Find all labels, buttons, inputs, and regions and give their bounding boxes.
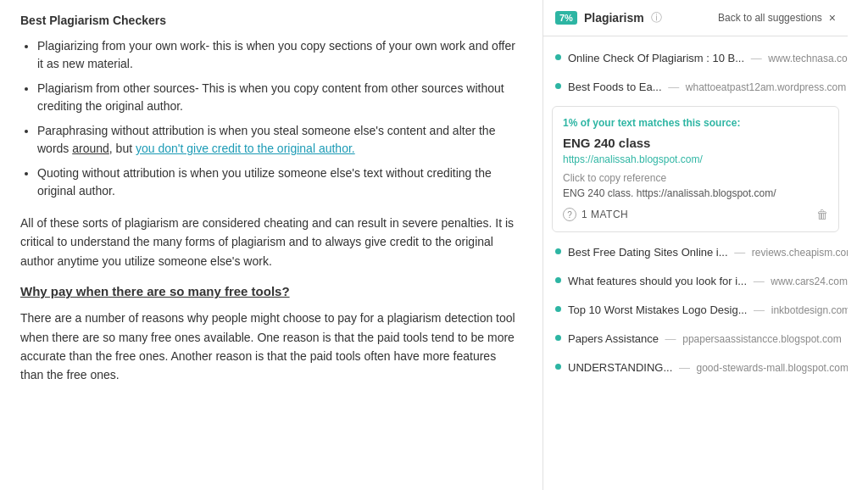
- source-item-3[interactable]: Best Free Dating Sites Online i... — rev…: [543, 237, 848, 266]
- source-dot: [555, 54, 561, 60]
- source-title-2: Best Foods to Ea... — whattoeatpast12am.…: [568, 81, 846, 93]
- plagiarism-sidebar: 7% Plagiarism ⓘ Back to all suggestions …: [542, 0, 848, 490]
- source-dot: [555, 248, 561, 254]
- source-dot: [555, 364, 561, 370]
- main-content: Best Plagiarism Checkers Plagiarizing fr…: [0, 0, 542, 490]
- source-dot: [555, 306, 561, 312]
- match-count: ? 1 MATCH: [563, 208, 628, 221]
- close-button[interactable]: ×: [829, 11, 836, 25]
- list-item: Plagiarizing from your own work- this is…: [37, 37, 522, 73]
- source-item-content: UNDERSTANDING... — good-stewards-mall.bl…: [568, 360, 836, 374]
- source-title-5: Top 10 Worst Mistakes Logo Desig... — in…: [568, 303, 848, 316]
- paragraph-2: There are a number of reasons why people…: [20, 309, 522, 385]
- highlighted-text[interactable]: you don't give credit to the original au…: [136, 142, 355, 155]
- sidebar-header: 7% Plagiarism ⓘ Back to all suggestions …: [543, 0, 848, 36]
- source-item-6[interactable]: Papers Assistance — ppapersaassistancce.…: [543, 324, 848, 353]
- list-item: Quoting without attribution is when you …: [37, 164, 522, 200]
- source-item-5[interactable]: Top 10 Worst Mistakes Logo Desig... — in…: [543, 295, 848, 324]
- main-heading: Best Plagiarism Checkers: [20, 14, 522, 27]
- source-title-4: What features should you look for i... —…: [568, 275, 848, 287]
- source-item-content: What features should you look for i... —…: [568, 274, 836, 287]
- list-item: Plagiarism from other sources- This is w…: [37, 80, 522, 115]
- paragraph-1: All of these sorts of plagiarism are con…: [20, 214, 522, 270]
- match-count-text: 1 MATCH: [581, 209, 628, 220]
- question-icon[interactable]: ?: [563, 208, 576, 221]
- source-item-content: Best Free Dating Sites Online i... — rev…: [568, 245, 836, 259]
- source-dot: [555, 83, 561, 89]
- info-icon[interactable]: ⓘ: [651, 10, 662, 25]
- source-item-4[interactable]: What features should you look for i... —…: [543, 266, 848, 295]
- underline-around: around: [72, 142, 109, 155]
- source-item-1[interactable]: Online Check Of Plagiarism : 10 B... — w…: [543, 43, 848, 72]
- source-item-content: Papers Assistance — ppapersaassistancce.…: [568, 331, 836, 345]
- source-item-7[interactable]: UNDERSTANDING... — good-stewards-mall.bl…: [543, 353, 848, 381]
- source-title-6: Papers Assistance — ppapersaassistancce.…: [568, 332, 842, 345]
- source-item-content: Best Foods to Ea... — whattoeatpast12am.…: [568, 80, 836, 93]
- source-item-content: Top 10 Worst Mistakes Logo Desig... — in…: [568, 303, 836, 316]
- source-item-content: Online Check Of Plagiarism : 10 B... — w…: [568, 51, 836, 64]
- reference-text: ENG 240 class. https://analissah.blogspo…: [563, 187, 828, 199]
- source-dot: [555, 335, 561, 341]
- expanded-card-footer: ? 1 MATCH 🗑: [563, 208, 828, 221]
- source-title-3: Best Free Dating Sites Online i... — rev…: [568, 246, 848, 259]
- source-item-2[interactable]: Best Foods to Ea... — whattoeatpast12am.…: [543, 72, 848, 101]
- match-percent: 1% of your text matches this source:: [563, 117, 828, 129]
- source-dot: [555, 277, 561, 283]
- sidebar-title: Plagiarism: [584, 11, 644, 25]
- back-to-suggestions-link[interactable]: Back to all suggestions: [718, 12, 822, 24]
- sub-heading: Why pay when there are so many free tool…: [20, 284, 522, 298]
- plagiarism-badge: 7%: [555, 11, 577, 25]
- bullet-list: Plagiarizing from your own work- this is…: [20, 37, 522, 200]
- expanded-source-url[interactable]: https://analissah.blogspot.com/: [563, 153, 828, 165]
- source-list: Online Check Of Plagiarism : 10 B... — w…: [543, 36, 848, 490]
- expanded-source-card: 1% of your text matches this source: ENG…: [552, 106, 839, 232]
- delete-icon[interactable]: 🗑: [816, 208, 828, 221]
- sidebar-header-left: 7% Plagiarism ⓘ: [555, 10, 662, 25]
- source-title-7: UNDERSTANDING... — good-stewards-mall.bl…: [568, 361, 848, 374]
- list-item: Paraphrasing without attribution is when…: [37, 122, 522, 158]
- expanded-source-title: ENG 240 class: [563, 136, 828, 150]
- copy-reference-label[interactable]: Click to copy reference: [563, 172, 828, 184]
- source-title-1: Online Check Of Plagiarism : 10 B... — w…: [568, 52, 848, 64]
